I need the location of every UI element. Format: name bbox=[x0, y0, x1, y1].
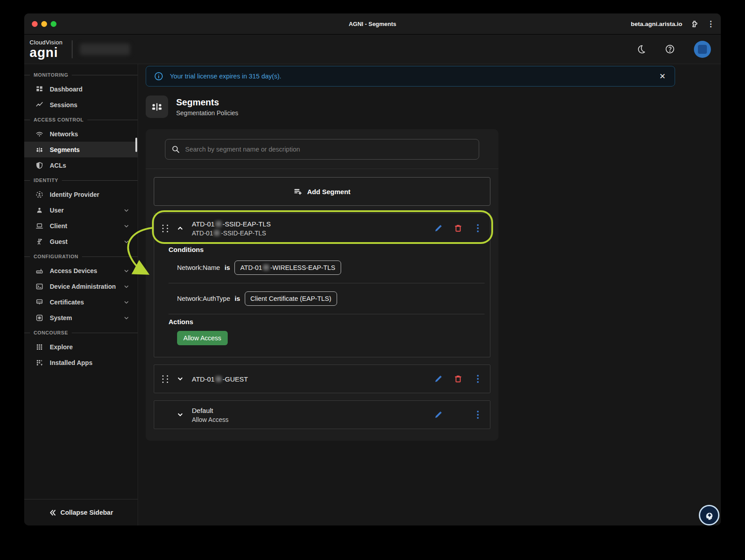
sidebar-item-label: Installed Apps bbox=[50, 359, 92, 366]
sessions-activity-icon bbox=[35, 101, 43, 109]
identity-provider-icon bbox=[35, 191, 43, 198]
sidebar-item-segments[interactable]: Segments bbox=[24, 142, 138, 157]
double-chevron-left-icon bbox=[49, 509, 56, 517]
chevron-down-icon bbox=[123, 223, 130, 229]
zoom-window-button[interactable] bbox=[51, 21, 56, 27]
sidebar-item-client[interactable]: Client bbox=[24, 218, 138, 234]
redacted-text bbox=[214, 230, 220, 236]
collapse-sidebar-label: Collapse Sidebar bbox=[61, 509, 113, 516]
add-segment-button[interactable]: Add Segment bbox=[154, 177, 490, 206]
sidebar-item-user[interactable]: User bbox=[24, 202, 138, 218]
chevron-down-icon bbox=[123, 315, 130, 321]
edit-pencil-icon[interactable] bbox=[434, 411, 442, 419]
redacted-text bbox=[216, 221, 221, 227]
sidebar-item-dashboard[interactable]: Dashboard bbox=[24, 81, 138, 97]
sidebar-item-identity-provider[interactable]: Identity Provider bbox=[24, 187, 138, 202]
search-input[interactable] bbox=[165, 139, 479, 160]
condition-divider bbox=[169, 283, 485, 283]
chevron-down-icon bbox=[123, 299, 130, 305]
segment-name: Default bbox=[192, 407, 229, 414]
sidebar-item-acls[interactable]: ACLs bbox=[24, 157, 138, 173]
browser-menu-icon[interactable]: ⋮ bbox=[707, 19, 715, 29]
sidebar-item-label: Client bbox=[50, 222, 67, 230]
sidebar-item-access-devices[interactable]: Access Devices bbox=[24, 263, 138, 278]
edit-pencil-icon[interactable] bbox=[434, 375, 442, 383]
sidebar-item-label: Networks bbox=[50, 130, 78, 138]
drag-handle-icon[interactable] bbox=[161, 375, 169, 383]
extensions-puzzle-icon[interactable] bbox=[690, 20, 699, 28]
sidebar-item-label: System bbox=[50, 314, 72, 321]
page-subtitle: Segmentation Policies bbox=[176, 109, 238, 117]
sidebar-item-device-administration[interactable]: Device Administration bbox=[24, 278, 138, 294]
sidebar: MONITORING Dashboard Sessions ACCESS CON… bbox=[24, 64, 138, 525]
browser-window: AGNI - Segments beta.agni.arista.io ⋮ Cl… bbox=[24, 13, 721, 525]
dashboard-icon bbox=[35, 86, 43, 93]
banner-text: Your trial license expires in 315 day(s)… bbox=[170, 73, 282, 80]
sidebar-item-sessions[interactable]: Sessions bbox=[24, 97, 138, 113]
trial-license-banner: Your trial license expires in 315 day(s)… bbox=[146, 66, 675, 87]
sidebar-section-configuration: CONFIGURATION bbox=[24, 249, 138, 263]
search-icon bbox=[172, 145, 180, 155]
laptop-icon bbox=[35, 222, 43, 230]
gear-icon bbox=[35, 314, 43, 321]
minimize-window-button[interactable] bbox=[41, 21, 47, 27]
sidebar-item-guest[interactable]: Guest bbox=[24, 234, 138, 249]
sidebar-item-networks[interactable]: Networks bbox=[24, 126, 138, 142]
chevron-down-icon bbox=[123, 239, 130, 245]
sidebar-item-label: Access Devices bbox=[50, 267, 97, 274]
sidebar-item-explore[interactable]: Explore bbox=[24, 339, 138, 355]
segment-description: ATD-01-SSID-EAP-TLS bbox=[192, 230, 271, 237]
traffic-lights bbox=[32, 21, 56, 27]
sidebar-item-installed-apps[interactable]: Installed Apps bbox=[24, 355, 138, 370]
segment-row-header[interactable]: Default Allow Access bbox=[154, 401, 490, 429]
condition-value-chip: ATD-01-WIRELESS-EAP-TLS bbox=[234, 260, 341, 275]
expand-row-chevron-down-icon[interactable] bbox=[177, 411, 186, 418]
assistant-badge[interactable] bbox=[699, 505, 719, 525]
sidebar-item-label: Certificates bbox=[50, 299, 84, 306]
browser-titlebar: AGNI - Segments beta.agni.arista.io ⋮ bbox=[24, 13, 721, 35]
segment-row-ssid-eap-tls: ATD-01-SSID-EAP-TLS ATD-01-SSID-EAP-TLS bbox=[154, 213, 490, 357]
condition-field: Network:AuthType bbox=[177, 295, 230, 302]
segment-row-header[interactable]: ATD-01-GUEST bbox=[154, 365, 490, 393]
info-icon bbox=[154, 72, 163, 81]
expand-row-chevron-down-icon[interactable] bbox=[177, 375, 186, 382]
address-url[interactable]: beta.agni.arista.io bbox=[631, 21, 682, 27]
chevron-down-icon bbox=[123, 207, 130, 213]
shield-icon bbox=[35, 162, 43, 169]
sidebar-item-label: Device Administration bbox=[50, 283, 116, 290]
add-segment-label: Add Segment bbox=[307, 188, 351, 195]
redacted-text bbox=[216, 376, 221, 382]
delete-trash-icon[interactable] bbox=[454, 224, 462, 232]
user-avatar[interactable] bbox=[694, 41, 711, 58]
segments-card: Add Segment ATD-01-SSID-EAP-TLS ATD-01-S… bbox=[146, 129, 498, 441]
edit-pencil-icon[interactable] bbox=[434, 224, 442, 232]
segments-page-icon bbox=[146, 96, 168, 118]
wifi-icon bbox=[35, 130, 43, 138]
collapse-sidebar-button[interactable]: Collapse Sidebar bbox=[24, 499, 138, 525]
window-title: AGNI - Segments bbox=[349, 21, 396, 27]
section-label: ACCESS CONTROL bbox=[34, 117, 84, 122]
dark-mode-moon-icon[interactable] bbox=[636, 44, 646, 54]
delete-trash-icon[interactable] bbox=[454, 375, 462, 383]
sidebar-item-certificates[interactable]: Certificates bbox=[24, 294, 138, 310]
sidebar-scrollbar-thumb[interactable] bbox=[135, 138, 137, 152]
collapse-row-chevron-up-icon[interactable] bbox=[177, 225, 186, 232]
drag-handle-icon[interactable] bbox=[161, 225, 169, 232]
user-icon bbox=[35, 207, 43, 214]
terminal-icon bbox=[35, 283, 43, 290]
sidebar-section-access-control: ACCESS CONTROL bbox=[24, 113, 138, 126]
segment-row-header[interactable]: ATD-01-SSID-EAP-TLS ATD-01-SSID-EAP-TLS bbox=[154, 213, 490, 243]
condition-row: Network:AuthType is Client Certificate (… bbox=[169, 287, 485, 310]
banner-close-icon[interactable]: ✕ bbox=[659, 72, 666, 81]
more-options-kebab-icon[interactable] bbox=[474, 224, 482, 233]
sidebar-item-system[interactable]: System bbox=[24, 310, 138, 326]
access-device-icon bbox=[35, 267, 43, 274]
more-options-kebab-icon[interactable] bbox=[474, 374, 482, 383]
help-icon[interactable] bbox=[665, 44, 675, 54]
section-label: IDENTITY bbox=[34, 178, 58, 183]
close-window-button[interactable] bbox=[32, 21, 38, 27]
sidebar-item-label: Identity Provider bbox=[50, 191, 99, 198]
sidebar-item-label: Explore bbox=[50, 343, 73, 351]
condition-operator: is bbox=[225, 264, 230, 271]
more-options-kebab-icon[interactable] bbox=[474, 410, 482, 419]
